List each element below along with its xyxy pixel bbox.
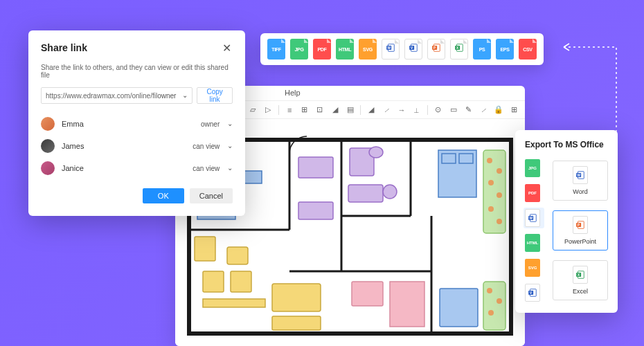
cancel-button[interactable]: Cancel <box>190 188 233 203</box>
ppt-icon: P <box>573 216 588 234</box>
svg-rect-24 <box>227 247 248 264</box>
align-tool[interactable]: ≡ <box>283 103 296 117</box>
format-badge-tiff[interactable]: TIFF <box>267 39 285 60</box>
crop-tool[interactable]: ⟂ <box>410 103 424 117</box>
export-small-pdf[interactable]: PDF <box>525 184 540 202</box>
lock-tool[interactable]: 🔒 <box>492 103 506 117</box>
ok-button[interactable]: OK <box>143 188 184 203</box>
svg-point-40 <box>497 298 502 304</box>
svg-text:W: W <box>387 46 391 50</box>
stroke-tool[interactable]: ⟋ <box>379 103 393 117</box>
avatar <box>41 161 55 175</box>
svg-rect-18 <box>298 202 333 219</box>
format-badge-svg[interactable]: SVG <box>359 39 377 60</box>
user-row: Emma owner <box>41 113 233 134</box>
svg-rect-27 <box>352 282 383 306</box>
svg-rect-42 <box>440 289 478 327</box>
user-row: James can view <box>41 136 233 156</box>
share-title: Share link <box>41 42 87 53</box>
export-small-w[interactable]: W <box>525 209 540 227</box>
svg-rect-22 <box>272 284 321 311</box>
export-card-label: Excel <box>573 288 588 295</box>
svg-point-37 <box>497 219 502 224</box>
svg-rect-17 <box>298 157 333 178</box>
svg-point-16 <box>383 185 397 199</box>
svg-text:W: W <box>529 217 533 220</box>
svg-rect-15 <box>348 185 383 202</box>
flip-tool[interactable]: ◢ <box>328 103 342 117</box>
format-badge-w[interactable]: W <box>382 39 400 60</box>
excel-icon: X <box>573 266 588 284</box>
word-icon: W <box>573 166 588 184</box>
role-dropdown[interactable]: can view <box>193 165 233 172</box>
arrow-connector <box>562 42 625 138</box>
format-badge-jpg[interactable]: JPG <box>290 39 308 60</box>
user-name: Janice <box>62 164 84 172</box>
close-icon[interactable]: ✕ <box>220 42 233 54</box>
svg-text:W: W <box>577 174 580 177</box>
group-tool[interactable]: ⊡ <box>313 103 327 117</box>
export-card-excel[interactable]: XExcel <box>553 260 608 300</box>
format-badge-pdf[interactable]: PDF <box>313 39 331 60</box>
fill-tool[interactable]: ◢ <box>364 103 378 117</box>
copy-link-button[interactable]: Copy link <box>197 87 233 104</box>
role-dropdown[interactable]: owner <box>201 120 233 128</box>
export-small-jpg[interactable]: JPG <box>525 159 540 177</box>
export-small-html[interactable]: HTML <box>525 234 540 252</box>
export-small-v[interactable]: V <box>525 284 540 302</box>
ruler-tool[interactable]: ⟋ <box>476 103 490 117</box>
svg-text:P: P <box>578 224 580 227</box>
svg-rect-29 <box>442 154 456 163</box>
role-dropdown[interactable]: can view <box>193 143 233 150</box>
menu-help[interactable]: Help <box>285 89 301 97</box>
svg-text:P: P <box>433 46 436 50</box>
svg-point-41 <box>488 310 494 316</box>
svg-rect-26 <box>390 282 424 327</box>
share-desc: Share the link to others, and they can v… <box>41 64 233 79</box>
export-card-label: Word <box>573 188 587 195</box>
distribute-tool[interactable]: ⊞ <box>298 103 312 117</box>
format-badge-csv[interactable]: CSV <box>519 39 537 60</box>
arrow-tool[interactable]: → <box>395 103 409 117</box>
format-badge-x[interactable]: X <box>450 39 468 60</box>
share-url-input[interactable]: https://www.edrawmax.com/online/fil owne… <box>41 87 193 104</box>
user-row: Janice can view <box>41 158 233 179</box>
format-badge-p[interactable]: P <box>427 39 445 60</box>
svg-rect-38 <box>483 282 506 330</box>
export-card-powerpoint[interactable]: PPowerPoint <box>553 210 608 251</box>
svg-rect-21 <box>203 299 265 307</box>
svg-point-36 <box>488 206 494 212</box>
svg-rect-20 <box>231 271 251 292</box>
pen-tool[interactable]: ✎ <box>462 103 476 117</box>
svg-rect-11 <box>244 171 262 183</box>
svg-point-33 <box>497 168 502 174</box>
svg-rect-30 <box>459 154 473 163</box>
svg-rect-31 <box>483 150 506 233</box>
svg-rect-19 <box>203 271 224 292</box>
pointer-tool[interactable]: ▷ <box>261 103 275 117</box>
export-small-svg[interactable]: SVG <box>525 259 540 277</box>
url-role-dropdown[interactable]: owner <box>157 92 188 100</box>
format-badge-ps[interactable]: PS <box>473 39 491 60</box>
format-badge-html[interactable]: HTML <box>336 39 354 60</box>
svg-point-32 <box>487 158 492 163</box>
page-tool[interactable]: ▭ <box>447 103 460 117</box>
format-badge-v[interactable]: V <box>404 39 422 60</box>
svg-point-39 <box>487 288 492 293</box>
format-bar: TIFFJPGPDFHTMLSVGWVPXPSEPSCSV <box>260 33 544 65</box>
export-panel: Export To MS Office JPGWWordPDFWPPowerPo… <box>515 130 618 313</box>
format-badge-eps[interactable]: EPS <box>496 39 514 60</box>
more-tool[interactable]: ⊞ <box>507 103 521 117</box>
svg-rect-23 <box>272 316 321 330</box>
shape-tool[interactable]: ▱ <box>246 103 260 117</box>
zoom-tool[interactable]: ⊙ <box>431 103 445 117</box>
avatar <box>41 139 55 153</box>
svg-rect-25 <box>195 237 215 261</box>
layer-tool[interactable]: ▤ <box>343 103 357 117</box>
export-card-label: PowerPoint <box>564 238 596 245</box>
export-card-word[interactable]: WWord <box>553 161 608 201</box>
svg-point-34 <box>488 180 494 185</box>
svg-point-35 <box>497 192 502 198</box>
share-dialog: Share link ✕ Share the link to others, a… <box>28 30 245 216</box>
export-title: Export To MS Office <box>525 140 608 149</box>
